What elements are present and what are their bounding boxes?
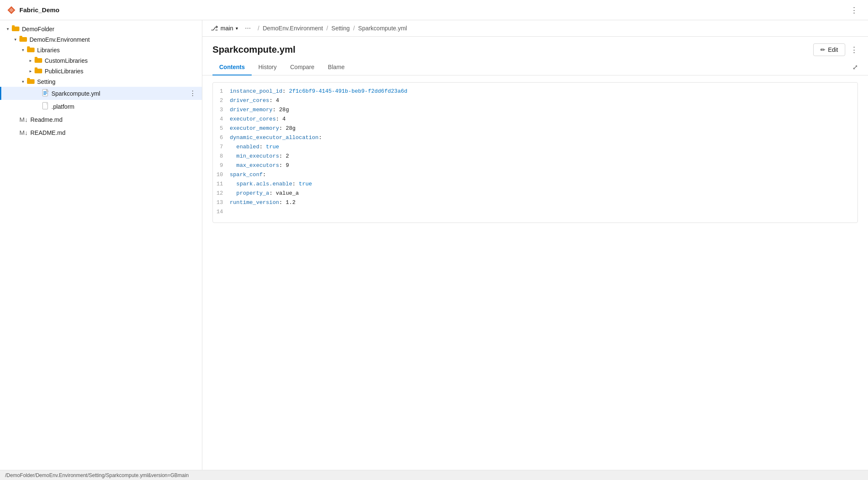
branch-chevron-icon: ▾ bbox=[236, 26, 238, 31]
code-key: executor_cores bbox=[230, 116, 276, 122]
code-val: value_a bbox=[276, 190, 299, 196]
item-label: PublicLibraries bbox=[45, 68, 199, 75]
folder-icon bbox=[27, 46, 35, 54]
breadcrumb-file[interactable]: Sparkcompute.yml bbox=[358, 25, 407, 32]
code-val: true bbox=[299, 181, 312, 187]
file-title: Sparkcompute.yml bbox=[212, 44, 813, 55]
code-line: 14 bbox=[213, 208, 857, 217]
code-line: 12 property_a: value_a bbox=[213, 190, 857, 199]
sep2: / bbox=[326, 25, 328, 32]
sidebar-item-customlibs[interactable]: ▸ CustomLibraries bbox=[0, 55, 202, 66]
line-number: 5 bbox=[213, 125, 230, 131]
code-line: 13 runtime_version: 1.2 bbox=[213, 199, 857, 208]
code-line: 7 enabled: true bbox=[213, 143, 857, 153]
line-content: executor_cores: 4 bbox=[230, 116, 286, 122]
code-val: 4 bbox=[282, 116, 286, 122]
code-key: driver_cores bbox=[230, 97, 269, 104]
svg-rect-17 bbox=[43, 94, 46, 95]
item-label: README.md bbox=[30, 129, 187, 136]
sidebar-item-README[interactable]: M↓ README.md ⋮ bbox=[0, 126, 202, 139]
line-number: 7 bbox=[213, 144, 230, 150]
line-content: dynamic_executor_allocation: bbox=[230, 134, 322, 141]
app-logo[interactable]: Fabric_Demo bbox=[7, 5, 59, 15]
chevron-icon: ▾ bbox=[11, 37, 19, 42]
line-number: 11 bbox=[213, 181, 230, 187]
breadcrumb-bar: ⎇ main ▾ ⋯ / DemoEnv.Environment / Setti… bbox=[202, 20, 868, 37]
breadcrumb-demoenv[interactable]: DemoEnv.Environment bbox=[263, 25, 323, 32]
folder-icon bbox=[27, 78, 35, 85]
sidebar-item-demofolder[interactable]: ▾ DemoFolder bbox=[0, 24, 202, 34]
sidebar-item-setting[interactable]: ▾ Setting bbox=[0, 76, 202, 87]
line-content: executor_memory: 28g bbox=[230, 125, 296, 131]
breadcrumb-setting[interactable]: Setting bbox=[331, 25, 350, 32]
code-val: 4 bbox=[276, 97, 279, 104]
code-key: property_a bbox=[230, 190, 269, 196]
breadcrumb-menu-dots[interactable]: ⋯ bbox=[242, 25, 254, 32]
code-val: 2f1c6bf9-4145-491b-beb9-f2dd6fd23a6d bbox=[289, 88, 407, 94]
sidebar: ▾ DemoFolder ▾ DemoEnv.Environment ▾ Lib… bbox=[0, 20, 202, 470]
line-number: 3 bbox=[213, 107, 230, 113]
chevron-icon: ▾ bbox=[19, 48, 27, 52]
edit-button[interactable]: ✏ Edit bbox=[813, 43, 845, 56]
code-val: 28g bbox=[286, 125, 296, 131]
sidebar-item-readmemd[interactable]: M↓ Readme.md ⋮ bbox=[0, 113, 202, 126]
svg-rect-7 bbox=[27, 46, 30, 48]
sidebar-item-libraries[interactable]: ▾ Libraries bbox=[0, 45, 202, 55]
code-line: 11 spark.acls.enable: true bbox=[213, 180, 857, 190]
app-title: Fabric_Demo bbox=[19, 6, 59, 13]
item-label: Sparkcompute.yml bbox=[51, 90, 187, 97]
code-val: 2 bbox=[286, 153, 289, 159]
svg-rect-10 bbox=[35, 69, 42, 73]
line-number: 14 bbox=[213, 209, 230, 215]
tabs: Contents History Compare Blame ⤢ bbox=[202, 59, 868, 75]
expand-icon[interactable]: ⤢ bbox=[852, 63, 858, 71]
fabric-logo-icon bbox=[7, 5, 16, 15]
code-line: 4 executor_cores: 4 bbox=[213, 115, 857, 125]
tab-blame[interactable]: Blame bbox=[321, 59, 352, 75]
edit-label: Edit bbox=[828, 46, 838, 53]
item-label: .platform bbox=[51, 103, 187, 110]
code-colon: : bbox=[279, 199, 286, 206]
code-colon: : bbox=[269, 97, 276, 104]
sidebar-item-demoenv[interactable]: ▾ DemoEnv.Environment bbox=[0, 34, 202, 45]
sidebar-item-publiclibs[interactable]: ▸ PublicLibraries bbox=[0, 66, 202, 76]
line-content: instance_pool_id: 2f1c6bf9-4145-491b-beb… bbox=[230, 88, 407, 94]
code-line: 1 instance_pool_id: 2f1c6bf9-4145-491b-b… bbox=[213, 88, 857, 97]
item-more-icon[interactable]: ⋮ bbox=[187, 88, 199, 98]
code-line: 2 driver_cores: 4 bbox=[213, 97, 857, 106]
tab-compare[interactable]: Compare bbox=[283, 59, 321, 75]
item-label: DemoFolder bbox=[22, 26, 199, 32]
code-val: true bbox=[266, 144, 279, 150]
chevron-icon: ▸ bbox=[26, 69, 35, 73]
line-number: 4 bbox=[213, 116, 230, 122]
code-colon: : bbox=[272, 107, 279, 113]
sidebar-item-platform[interactable]: .platform ⋮ bbox=[0, 100, 202, 113]
content-area: ⎇ main ▾ ⋯ / DemoEnv.Environment / Setti… bbox=[202, 20, 868, 470]
tab-history[interactable]: History bbox=[252, 59, 284, 75]
top-bar-more-icon[interactable]: ⋮ bbox=[847, 4, 861, 16]
item-label: Readme.md bbox=[30, 116, 187, 123]
code-block: 1 instance_pool_id: 2f1c6bf9-4145-491b-b… bbox=[212, 82, 858, 223]
line-number: 9 bbox=[213, 162, 230, 169]
branch-selector[interactable]: ⎇ main ▾ bbox=[211, 24, 238, 32]
code-colon: : bbox=[279, 153, 286, 159]
svg-rect-15 bbox=[43, 91, 46, 92]
code-colon: : bbox=[276, 116, 282, 122]
status-bar: /DemoFolder/DemoEnv.Environment/Setting/… bbox=[0, 470, 868, 480]
tab-contents[interactable]: Contents bbox=[212, 59, 252, 75]
svg-rect-16 bbox=[43, 93, 47, 94]
line-content: property_a: value_a bbox=[230, 190, 299, 196]
file-header: Sparkcompute.yml ✏ Edit ⋮ bbox=[202, 37, 868, 56]
code-colon: : bbox=[269, 190, 276, 196]
code-colon: : bbox=[279, 125, 286, 131]
svg-rect-12 bbox=[27, 79, 35, 84]
sep1: / bbox=[258, 25, 259, 32]
sidebar-item-sparkcompute[interactable]: Sparkcompute.yml ⋮ bbox=[0, 87, 202, 100]
file-more-icon[interactable]: ⋮ bbox=[850, 45, 858, 54]
item-label: Libraries bbox=[37, 47, 199, 54]
code-colon: : bbox=[263, 172, 266, 178]
file-icon bbox=[42, 102, 49, 111]
code-line: 10 spark_conf: bbox=[213, 171, 857, 180]
line-number: 13 bbox=[213, 199, 230, 206]
line-number: 8 bbox=[213, 153, 230, 159]
